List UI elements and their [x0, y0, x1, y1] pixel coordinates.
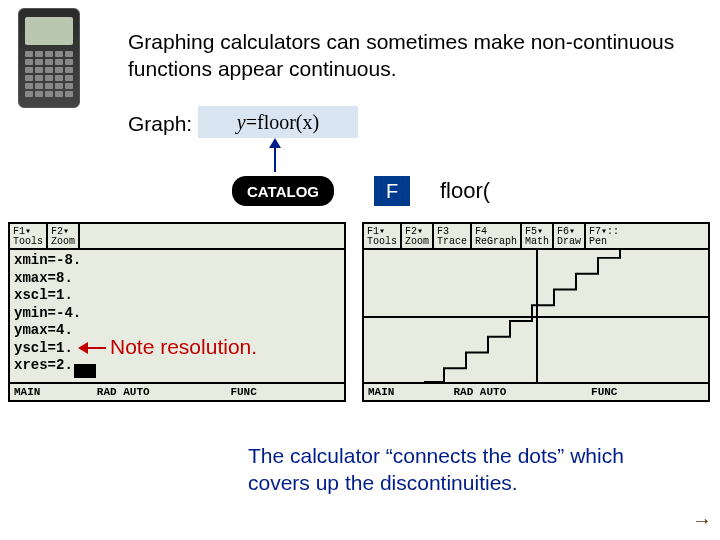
calc-screen-graph: F1▾ Tools F2▾ Zoom F3 Trace F4 ReGraph F…	[362, 222, 710, 402]
floor-plot	[364, 250, 708, 382]
formula: y = floor (x)	[198, 106, 358, 138]
intro-text: Graphing calculators can sometimes make …	[128, 28, 690, 83]
status-main: MAIN	[364, 386, 453, 398]
lcd1-tab: F1▾ Tools	[10, 224, 48, 248]
lcd2-tab: F7▾:: Pen	[586, 224, 622, 248]
f-key: F	[374, 176, 410, 206]
lcd2-tab: F4 ReGraph	[472, 224, 522, 248]
formula-lhs: y	[237, 111, 246, 134]
next-arrow-icon[interactable]: →	[692, 509, 712, 532]
graph-label: Graph:	[128, 112, 192, 136]
status-mode: RAD AUTO	[453, 386, 591, 398]
floor-menu-item: floor(	[440, 176, 540, 206]
window-values: xmin=-8. xmax=8. xscl=1. ymin=-4. ymax=4…	[14, 252, 81, 375]
lcd1-status: MAIN RAD AUTO FUNC	[10, 382, 344, 400]
lcd2-status: MAIN RAD AUTO FUNC	[364, 382, 708, 400]
lcd1-tab-blank	[80, 224, 344, 248]
arrow-left-icon	[80, 347, 106, 349]
calc-screen-window: F1▾ Tools F2▾ Zoom xmin=-8. xmax=8. xscl…	[8, 222, 346, 402]
y-axis	[536, 250, 538, 382]
formula-eq: =	[246, 111, 257, 134]
status-main: MAIN	[10, 386, 97, 398]
formula-fn: floor	[257, 111, 296, 134]
lcd2-tab: F3 Trace	[434, 224, 472, 248]
note-resolution: Note resolution.	[110, 335, 257, 359]
formula-arg: (x)	[296, 111, 319, 134]
lcd2-tab: F2▾ Zoom	[402, 224, 434, 248]
lcd1-tabs: F1▾ Tools F2▾ Zoom	[10, 224, 344, 250]
lcd2-tab: F6▾ Draw	[554, 224, 586, 248]
status-func: FUNC	[230, 386, 344, 398]
lcd2-tab: F1▾ Tools	[364, 224, 402, 248]
arrow-up-icon	[274, 140, 276, 172]
catalog-key: CATALOG	[232, 176, 334, 206]
footer-text: The calculator “connects the dots” which…	[248, 442, 690, 497]
lcd1-tab: F2▾ Zoom	[48, 224, 80, 248]
lcd2-tab: F5▾ Math	[522, 224, 554, 248]
status-func: FUNC	[591, 386, 708, 398]
calculator-photo	[18, 8, 80, 108]
cursor-block-icon	[74, 364, 96, 378]
lcd2-tabs: F1▾ Tools F2▾ Zoom F3 Trace F4 ReGraph F…	[364, 224, 708, 250]
status-mode: RAD AUTO	[97, 386, 231, 398]
